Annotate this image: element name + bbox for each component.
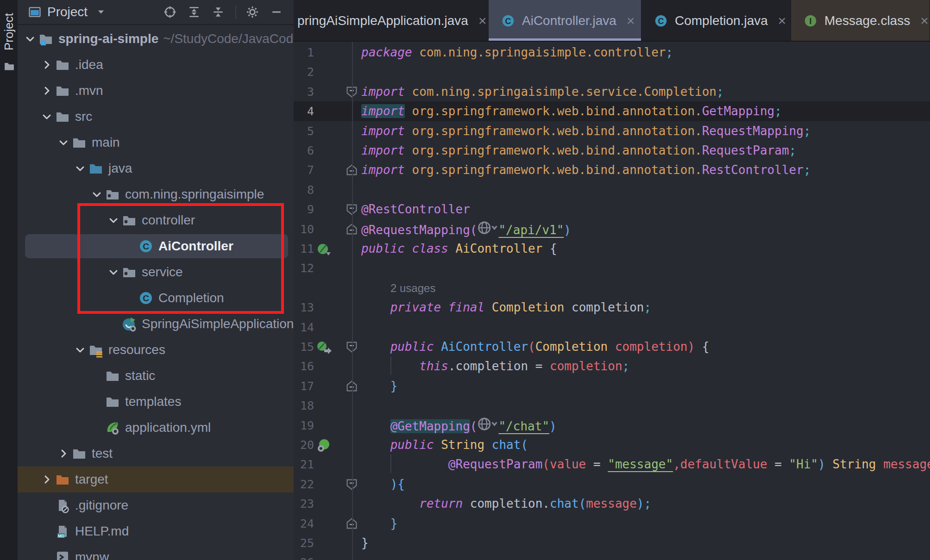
code-token: } (390, 516, 398, 530)
code-token: = (767, 457, 789, 471)
tree-item-label: src (75, 109, 92, 124)
bean-arrow-gutter-icon[interactable] (316, 337, 333, 357)
bean-gutter-icon[interactable] (316, 239, 333, 259)
line-number: 26 (294, 553, 314, 560)
chevron-right-icon[interactable] (39, 83, 55, 99)
tool-window-stripe: Project (0, 0, 18, 560)
chevron-placeholder (106, 316, 121, 332)
code-token (484, 438, 492, 452)
chevron-down-icon[interactable] (72, 342, 88, 358)
code-token: ; (644, 300, 652, 314)
tree-item-completion[interactable]: CCompletion (18, 285, 294, 311)
expand-all-icon[interactable] (187, 5, 201, 19)
tree-item-mvn[interactable]: .mvn (18, 78, 294, 104)
tree-item-label: templates (125, 394, 181, 409)
hide-icon[interactable] (270, 5, 283, 19)
chevron-placeholder (39, 498, 55, 513)
line-number: 25 (294, 533, 314, 553)
chevron-down-icon[interactable] (56, 135, 71, 150)
tree-item-java[interactable]: java (18, 156, 294, 181)
tree-item-static[interactable]: static (18, 363, 294, 389)
tree-item-gitignore[interactable]: .gitignore (18, 492, 294, 518)
tree-item-main[interactable]: main (18, 130, 294, 156)
tree-item-src[interactable]: src (18, 104, 294, 130)
tree-item-resources[interactable]: resources (18, 337, 294, 363)
close-icon[interactable]: × (627, 13, 635, 29)
tree-item-help-md[interactable]: MDHELP.md (18, 518, 294, 544)
class-icon: C (138, 238, 154, 254)
panel-toolbar (163, 5, 294, 19)
tree-item-target[interactable]: target (18, 467, 294, 492)
tree-item-springaisimpleapplication[interactable]: SpringAiSimpleApplication (18, 311, 294, 337)
project-panel-header: Project (18, 0, 294, 25)
line-number: 16 (294, 356, 314, 376)
code-line-21: @RequestParam(value = "message",defaultV… (361, 454, 930, 474)
code-token (361, 457, 448, 471)
code-token: GetMapping (702, 104, 775, 118)
line-number: 13 (294, 298, 314, 317)
project-stripe-button[interactable]: Project (0, 6, 18, 57)
tab-pringaisimpleapplication-java[interactable]: pringAiSimpleApplication.java× (294, 0, 489, 42)
svg-text:MD: MD (58, 534, 64, 538)
tree-item-application-yml[interactable]: application.yml (18, 415, 294, 441)
tree-item-idea[interactable]: .idea (18, 52, 294, 78)
chevron-right-icon[interactable] (39, 57, 55, 73)
chevron-down-icon[interactable] (106, 212, 121, 228)
code-token (361, 300, 390, 314)
code-editor[interactable]: 1package com.ning.springaisimple.control… (294, 42, 930, 560)
folder-icon (105, 368, 120, 384)
usages-inlay[interactable]: 2 usages (390, 278, 435, 298)
tree-item-spring-ai-simple[interactable]: spring-ai-simple~/StudyCode/JavaCode/ (18, 26, 294, 52)
class-icon: C (501, 13, 515, 28)
code-token: import (361, 143, 412, 157)
api-gutter-icon[interactable] (316, 435, 333, 455)
folder-icon (55, 83, 70, 99)
tab-completion-java[interactable]: CCompletion.java× (641, 0, 791, 42)
tab-message-class[interactable]: IMessage.class× (791, 0, 930, 42)
tree-item-test[interactable]: test (18, 441, 294, 467)
chevron-right-icon[interactable] (39, 472, 55, 487)
tree-item-label: java (108, 161, 132, 176)
code-token: org.springframework.web.bind.annotation. (412, 104, 702, 118)
settings-icon[interactable] (245, 5, 259, 19)
code-token: RestController (702, 163, 804, 177)
line-number: 22 (294, 474, 314, 494)
locate-icon[interactable] (163, 5, 177, 19)
tab-aicontroller-java[interactable]: CAiController.java× (489, 0, 641, 42)
tree-item-aicontroller[interactable]: CAiController (18, 233, 294, 259)
tree-item-com-ning-springaisimple[interactable]: com.ning.springaisimple (18, 181, 294, 207)
code-line-16: this.completion = completion; (361, 356, 629, 376)
chevron-down-icon[interactable] (94, 5, 108, 19)
chevron-down-icon[interactable] (106, 264, 121, 280)
collapse-all-icon[interactable] (211, 5, 225, 19)
folder-icon[interactable] (3, 60, 15, 72)
panel-title[interactable]: Project (47, 5, 88, 19)
code-token: ) (687, 340, 695, 354)
folder-resources-icon (88, 342, 104, 358)
close-icon[interactable]: × (920, 13, 929, 29)
code-token (361, 379, 390, 393)
code-token: ; (774, 104, 782, 118)
tree-item-service[interactable]: service (18, 259, 294, 285)
code-line-22: ){ (361, 474, 405, 494)
tree-item-controller[interactable]: controller (18, 207, 294, 233)
folder-icon (71, 446, 87, 461)
chevron-right-icon[interactable] (56, 446, 71, 461)
tree-item-path: ~/StudyCode/JavaCode/ (163, 31, 294, 46)
tree-item-mvnw[interactable]: mvnw (18, 544, 294, 560)
chevron-down-icon[interactable] (22, 31, 38, 47)
tree-item-label: HELP.md (75, 524, 129, 539)
close-icon[interactable]: × (778, 13, 786, 29)
tab-label: Completion.java (675, 13, 768, 28)
toolbar-separator (235, 5, 236, 19)
code-token: chat (550, 497, 579, 510)
code-token: @RequestMapping (361, 223, 470, 237)
code-token: public (390, 438, 441, 452)
line-number: 21 (294, 454, 314, 474)
chevron-down-icon[interactable] (89, 187, 105, 202)
chevron-down-icon[interactable] (72, 161, 88, 176)
code-line-3: import com.ning.springaisimple.service.C… (361, 82, 724, 102)
chevron-down-icon[interactable] (39, 109, 55, 124)
tree-item-templates[interactable]: templates (18, 389, 294, 415)
close-icon[interactable]: × (478, 13, 487, 29)
